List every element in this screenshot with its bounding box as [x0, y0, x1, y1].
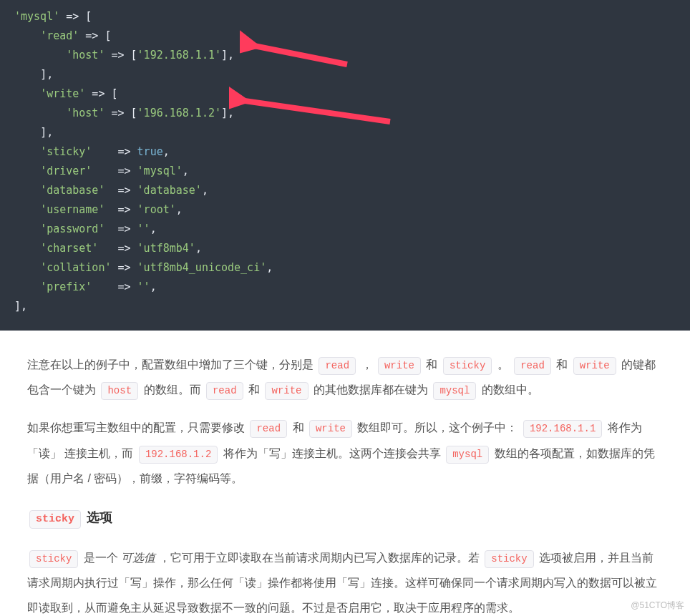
- inline-code: write: [309, 420, 352, 438]
- heading-text: 选项: [83, 510, 112, 524]
- inline-code: 192.168.1.1: [523, 420, 602, 438]
- emphasis: 可选值: [121, 552, 155, 564]
- text: 。: [497, 358, 509, 371]
- text: 将作为「写」连接主机。这两个连接会共享: [223, 447, 444, 459]
- inline-code: sticky: [443, 357, 492, 375]
- inline-code: mysql: [446, 446, 489, 464]
- inline-code: write: [265, 382, 308, 400]
- paragraph-1: 注意在以上的例子中，配置数组中增加了三个键，分别是 read ， write 和…: [27, 352, 663, 402]
- section-heading-sticky: sticky 选项: [27, 504, 663, 532]
- text: 数组即可。所以，这个例子中：: [357, 421, 520, 434]
- inline-code: read: [206, 382, 243, 400]
- inline-code: read: [514, 357, 551, 375]
- text: 和: [293, 421, 307, 434]
- text: ，: [361, 358, 373, 371]
- text: 和: [426, 358, 440, 371]
- inline-code: sticky: [485, 550, 533, 568]
- text: 和: [248, 383, 263, 396]
- paragraph-2: 如果你想重写主数组中的配置，只需要修改 read 和 write 数组即可。所以…: [27, 415, 663, 491]
- inline-code: read: [319, 357, 356, 375]
- inline-code: sticky: [29, 550, 78, 568]
- code-content: 'mysql' => [ 'read' => [ 'host' => ['192…: [14, 7, 676, 316]
- inline-code: read: [250, 420, 287, 438]
- code-block: 'mysql' => [ 'read' => [ 'host' => ['192…: [0, 0, 690, 331]
- inline-code: sticky: [29, 510, 81, 529]
- text: 的数组中。: [482, 383, 539, 396]
- inline-code: mysql: [433, 382, 476, 400]
- text: 的其他数据库都在键为: [314, 383, 431, 396]
- text: 是一个: [84, 552, 121, 564]
- text: 注意在以上的例子中，配置数组中增加了三个键，分别是: [27, 358, 316, 371]
- inline-code: 192.168.1.2: [139, 446, 218, 464]
- text: ，它可用于立即读取在当前请求周期内已写入数据库的记录。若: [159, 552, 482, 564]
- inline-code: write: [378, 357, 421, 375]
- watermark: @51CTO博客: [631, 600, 684, 612]
- text: 的数组。而: [144, 383, 204, 396]
- text: 如果你想重写主数组中的配置，只需要修改: [27, 421, 248, 434]
- paragraph-3: sticky 是一个 可选值 ，它可用于立即读取在当前请求周期内已写入数据库的记…: [27, 545, 663, 616]
- text: 和: [556, 358, 570, 371]
- inline-code: host: [101, 382, 138, 400]
- inline-code: write: [573, 357, 616, 375]
- article-content: 注意在以上的例子中，配置数组中增加了三个键，分别是 read ， write 和…: [0, 331, 690, 616]
